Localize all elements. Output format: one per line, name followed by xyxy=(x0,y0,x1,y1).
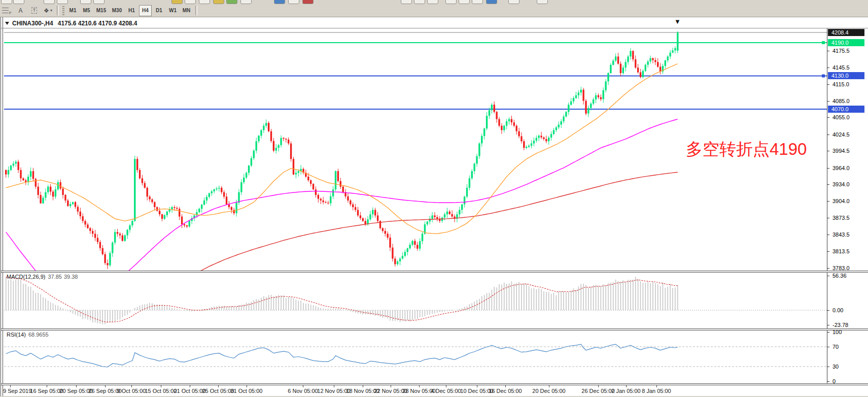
chart-text-annotation[interactable]: 多空转折点4190 xyxy=(686,138,807,161)
toolbar-separator xyxy=(57,6,59,15)
hline-price-tag: 4190.0 xyxy=(828,39,864,46)
rsi-pane[interactable] xyxy=(4,330,827,383)
toolbar-icon-clipped[interactable] xyxy=(93,0,105,4)
time-axis[interactable]: 9 Sep 201916 Sep 05:0020 Sep 05:0026 Sep… xyxy=(1,385,868,396)
toolbar-icon-clipped[interactable] xyxy=(13,0,24,4)
price-axis-label: 3783.0 xyxy=(832,265,850,272)
axis-tick xyxy=(827,184,829,185)
toolbar-icon-clipped[interactable] xyxy=(1,0,12,4)
time-axis-tick xyxy=(131,385,132,387)
main-toolbar: F A T ❖ ▾ M1M5M15M30H1H4D1W1MN xyxy=(0,4,868,17)
axis-tick xyxy=(827,381,829,382)
hline-price-tag: 4130.0 xyxy=(828,72,864,79)
time-axis-tick xyxy=(161,385,161,387)
fibonacci-icon xyxy=(2,8,9,13)
rsi-indicator-label: RSI(14)68.9655 xyxy=(7,332,49,338)
axis-tick xyxy=(827,68,829,68)
axis-tick xyxy=(827,117,829,118)
axis-tick xyxy=(827,310,829,311)
time-axis-label: 4 Dec 05:00 xyxy=(431,388,461,394)
timeframe-button-m15[interactable]: M15 xyxy=(94,5,109,16)
macd-pane[interactable] xyxy=(4,273,827,328)
text-label-tool-button[interactable]: T xyxy=(28,5,41,16)
toolbar-icon-clipped[interactable] xyxy=(508,0,519,4)
macd-indicator-label: MACD(12,26,9)37.8539.38 xyxy=(7,274,78,280)
price-axis[interactable]: 4175.54145.54115.04085.04055.04024.53994… xyxy=(827,17,868,396)
arrows-icon: ❖ xyxy=(44,7,49,14)
time-axis-tick xyxy=(218,385,219,387)
axis-tick xyxy=(827,235,829,235)
timeframe-button-m1[interactable]: M1 xyxy=(66,5,79,16)
time-axis-tick xyxy=(363,385,363,387)
toolbar-icon-clipped[interactable] xyxy=(302,0,314,4)
toolbar-icon-clipped[interactable] xyxy=(171,0,183,4)
toolbar-icon-clipped[interactable] xyxy=(486,0,497,4)
toolbar-icon-clipped[interactable] xyxy=(459,0,470,4)
toolbar-icon-clipped[interactable] xyxy=(44,0,55,4)
text-tool-button[interactable]: A xyxy=(14,5,27,16)
toolbar-icon-clipped[interactable] xyxy=(80,0,91,4)
toolbar-icon-clipped[interactable] xyxy=(213,0,224,4)
rsi-value: 68.9655 xyxy=(28,332,49,338)
toolbar-icon-clipped[interactable] xyxy=(274,0,285,4)
macd-axis-label: 56.36 xyxy=(832,273,847,279)
timeframe-button-h1[interactable]: H1 xyxy=(125,5,138,16)
timeframe-button-m30[interactable]: M30 xyxy=(110,5,124,16)
price-axis-label: 4175.5 xyxy=(832,48,850,54)
price-axis-label: 4055.0 xyxy=(832,114,850,121)
price-axis-label: 4145.5 xyxy=(832,64,850,71)
price-axis-label: 3994.5 xyxy=(832,148,850,154)
time-axis-tick xyxy=(419,385,420,387)
toolbar-icon-clipped[interactable] xyxy=(472,0,483,4)
timeframe-button-h4[interactable]: H4 xyxy=(139,5,152,16)
timeframe-button-m5[interactable]: M5 xyxy=(80,5,93,16)
axis-tick xyxy=(827,135,829,135)
macd-axis-label: -23.78 xyxy=(832,322,848,328)
toolbar-icon-clipped[interactable] xyxy=(537,0,548,4)
toolbar-icon-clipped[interactable] xyxy=(427,0,438,4)
window-edge-line xyxy=(1,17,1,396)
timeframe-button-mn[interactable]: MN xyxy=(180,5,193,16)
chart-title: CHINA300-,H4 xyxy=(12,20,53,27)
price-axis-label: 3843.5 xyxy=(832,231,850,238)
toolbar-icon-clipped[interactable] xyxy=(414,0,425,4)
chart-header: CHINA300-,H4 4175.6 4210.6 4170.9 4208.4 xyxy=(5,19,137,27)
rsi-axis-label: 70 xyxy=(832,344,839,350)
time-axis-label: 25 Oct 05:00 xyxy=(202,388,234,394)
axis-tick xyxy=(827,325,829,325)
toolbar-icon-clipped[interactable] xyxy=(288,0,299,4)
toolbar-icon-clipped[interactable] xyxy=(185,0,196,4)
hline-price-tag: 4070.0 xyxy=(828,106,864,113)
time-axis-tick xyxy=(549,385,549,387)
axis-tick xyxy=(827,201,829,202)
time-axis-label: 2 Jan 05:00 xyxy=(611,388,641,394)
down-arrow-marker-icon[interactable]: ▼ xyxy=(674,18,681,25)
price-axis-label: 4024.5 xyxy=(832,131,850,138)
time-axis-tick xyxy=(76,385,77,387)
toolbar-icon-clipped[interactable] xyxy=(199,0,210,4)
time-axis-label: 20 Sep 05:00 xyxy=(59,388,92,394)
toolbar-grip[interactable] xyxy=(62,6,64,15)
timeframe-button-w1[interactable]: W1 xyxy=(166,5,179,16)
timeframe-button-d1[interactable]: D1 xyxy=(153,5,165,16)
chart-menu-arrow-icon[interactable] xyxy=(5,22,9,25)
time-axis-tick xyxy=(446,385,446,387)
arrows-tool-button[interactable]: ❖ ▾ xyxy=(42,5,54,16)
time-axis-tick xyxy=(598,385,599,387)
toolbar-icon-clipped[interactable] xyxy=(57,0,68,4)
time-axis-label: 26 Dec 05:00 xyxy=(581,388,614,394)
toolbar-icon-clipped[interactable] xyxy=(445,0,457,4)
text-label-icon: T xyxy=(31,7,38,14)
ohlc-readout: 4175.6 4210.6 4170.9 4208.4 xyxy=(58,20,137,27)
axis-tick xyxy=(827,84,829,85)
fibonacci-tool-button[interactable]: F xyxy=(1,5,13,16)
toolbar-icon-clipped[interactable] xyxy=(240,0,252,4)
time-axis-label: 9 Oct 05:00 xyxy=(117,388,146,394)
axis-tick xyxy=(827,218,829,218)
macd-axis-label: 0.00 xyxy=(832,307,843,314)
price-axis-label: 4085.0 xyxy=(832,98,850,105)
time-axis-tick xyxy=(10,385,11,387)
toolbar-icon-clipped[interactable] xyxy=(226,0,237,4)
time-axis-label: 21 Oct 05:00 xyxy=(174,388,206,394)
toolbar-icon-clipped[interactable] xyxy=(401,0,412,4)
